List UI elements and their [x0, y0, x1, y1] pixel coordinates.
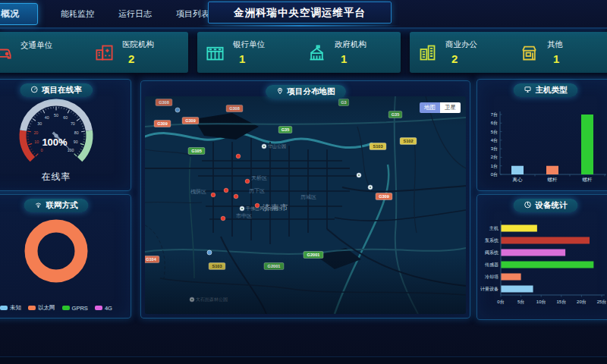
- panel-header-host: 主机类型: [514, 83, 578, 97]
- district-label: 历下区: [249, 188, 265, 194]
- svg-text:2台: 2台: [491, 155, 498, 160]
- stat-label: 商业办公: [445, 39, 477, 50]
- host-type-chart: 0台1台2台3台4台5台6台7台离心螺杆螺杆: [480, 98, 607, 187]
- svg-text:80: 80: [74, 130, 79, 135]
- svg-text:G309: G309: [379, 194, 389, 199]
- svg-text:4台: 4台: [491, 138, 498, 143]
- stat-label: 政府机构: [335, 39, 366, 50]
- svg-text:G35: G35: [281, 127, 290, 132]
- stat-item-0-0: 交通单位: [0, 32, 86, 73]
- stat-item-1-1: 政府机构1: [299, 32, 401, 73]
- road-badge-G308: G308: [226, 105, 243, 112]
- map-project-marker[interactable]: [245, 179, 250, 184]
- legend-item-3[interactable]: 4G: [95, 304, 112, 312]
- nav-tab-3[interactable]: 项目列表: [175, 6, 211, 22]
- legend-label: 4G: [105, 305, 112, 312]
- legend-label: 以太网: [38, 304, 55, 312]
- road-badge-G104: G104: [145, 256, 159, 263]
- svg-text:传感器: 传感器: [485, 262, 498, 268]
- platform-title-box: 金洲科瑞中央空调运维平台: [208, 2, 392, 24]
- stat-count: 2: [445, 52, 477, 65]
- svg-text:G105: G105: [191, 149, 202, 153]
- map-overlay: G308G308G309G309G309G104G3G35G35G105G200…: [145, 99, 417, 303]
- legend-item-2[interactable]: GPRS: [62, 304, 88, 312]
- map-project-marker[interactable]: [224, 188, 228, 193]
- svg-text:15台: 15台: [556, 300, 566, 305]
- map-btn-map[interactable]: 地图: [420, 102, 440, 113]
- map-project-marker[interactable]: [236, 154, 241, 158]
- svg-text:0: 0: [40, 148, 42, 152]
- stat-card-1: 银行单位1政府机构1: [197, 32, 401, 73]
- svg-text:大石崮森林公园: 大石崮森林公园: [196, 297, 228, 303]
- panel-header-network: 联网方式: [24, 199, 89, 212]
- road-badge-G2001: G2001: [304, 252, 323, 259]
- svg-text:千佛山风景名胜区: 千佛山风景名胜区: [245, 206, 282, 212]
- stat-card-2: 商业办公2其他1: [410, 32, 607, 73]
- legend-item-0[interactable]: 未知: [0, 304, 21, 312]
- svg-text:泵系统: 泵系统: [485, 237, 499, 243]
- svg-text:G2001: G2001: [268, 264, 281, 268]
- panel-title-host: 主机类型: [536, 85, 568, 96]
- panel-project-online-rate: 项目在线率 0102030405060708090100100% 在线率: [0, 79, 131, 191]
- map-poi-marker[interactable]: [368, 185, 373, 190]
- network-icon: [35, 201, 42, 210]
- road-badge-S103: S103: [370, 143, 386, 150]
- stat-count: 2: [122, 52, 154, 65]
- legend-label: GPRS: [72, 305, 88, 312]
- map-poi-marker[interactable]: 华山公园: [262, 144, 286, 149]
- road-badge-S102: S102: [400, 138, 417, 145]
- nav-tab-2[interactable]: 运行日志: [117, 6, 153, 22]
- map-poi-marker[interactable]: [357, 173, 361, 177]
- stat-label: 银行单位: [233, 39, 265, 50]
- map-project-marker[interactable]: [255, 203, 259, 208]
- road-badge-G308: G308: [156, 99, 172, 106]
- panel-host-type: 主机类型 0台1台2台3台4台5台6台7台离心螺杆螺杆: [476, 79, 607, 191]
- online-rate-gauge: 0102030405060708090100100%: [8, 96, 104, 175]
- svg-text:10: 10: [34, 140, 39, 144]
- stat-label: 交通单位: [20, 40, 52, 51]
- legend-item-1[interactable]: 以太网: [28, 304, 55, 312]
- map-canvas[interactable]: G308G308G309G309G309G104G3G35G35G105G200…: [145, 96, 466, 314]
- car-icon: [0, 42, 13, 63]
- nav-tab-1[interactable]: 能耗监控: [59, 6, 96, 22]
- map-project-marker[interactable]: [234, 194, 238, 199]
- map-poi-marker[interactable]: 大石崮森林公园: [190, 297, 228, 303]
- road-badge-G35: G35: [278, 127, 292, 133]
- network-donut-wrap: [0, 215, 131, 290]
- panel-device-stats: 设备统计 主机泵系统阀系统传感器冷却塔计量设备0台5台10台15台20台25台: [476, 194, 607, 320]
- legend-swatch: [0, 306, 8, 310]
- district-label: 历城区: [300, 194, 316, 200]
- road-badge-G2001: G2001: [264, 263, 284, 270]
- map-btn-satellite[interactable]: 卫星: [440, 102, 461, 113]
- panel-title-device: 设备统计: [536, 200, 568, 211]
- svg-text:50: 50: [54, 113, 58, 118]
- legend-swatch: [95, 306, 102, 310]
- map-poi-marker[interactable]: 千佛山风景名胜区: [240, 206, 282, 212]
- stat-text: 医院机构2: [122, 39, 154, 65]
- svg-text:离心: 离心: [512, 177, 524, 182]
- svg-text:40: 40: [45, 115, 49, 120]
- map-project-marker[interactable]: [221, 216, 225, 221]
- road-badge-G35: G35: [388, 111, 402, 118]
- map-layer-controls: 地图卫星: [420, 102, 461, 113]
- svg-text:10台: 10台: [536, 300, 546, 305]
- map-station-marker[interactable]: [207, 250, 212, 255]
- svg-text:70: 70: [71, 121, 75, 126]
- svg-text:螺杆: 螺杆: [548, 177, 558, 182]
- stat-text: 商业办公2: [445, 39, 477, 65]
- svg-text:0台: 0台: [497, 300, 504, 305]
- top-nav-bar: 概况能耗监控运行日志项目列表视频监控 金洲科瑞中央空调运维平台: [0, 0, 607, 29]
- map-project-marker[interactable]: [211, 193, 215, 197]
- network-mode-donut: [20, 215, 93, 290]
- svg-text:G309: G309: [157, 121, 168, 126]
- stat-count: [20, 53, 52, 64]
- svg-text:G35: G35: [392, 112, 400, 117]
- svg-text:6台: 6台: [491, 121, 498, 126]
- panel-header-map: 项目分布地图: [266, 85, 346, 99]
- svg-text:30: 30: [37, 121, 42, 126]
- map-station-marker[interactable]: [175, 108, 180, 112]
- stat-item-2-0: 商业办公2: [410, 32, 511, 73]
- panel-project-map: 项目分布地图 地图卫星: [140, 80, 470, 318]
- stat-count: 1: [335, 52, 366, 65]
- nav-tab-0[interactable]: 概况: [0, 3, 38, 25]
